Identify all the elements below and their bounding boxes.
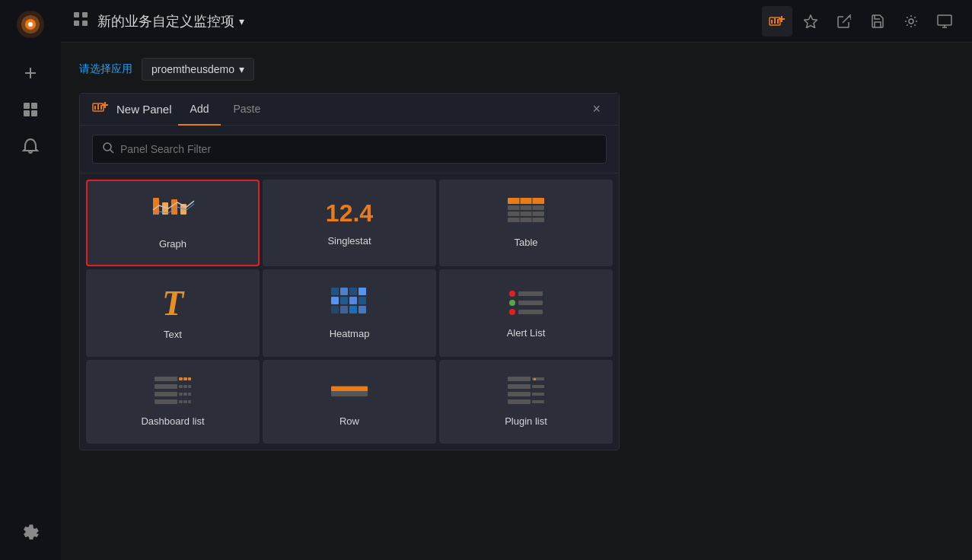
panel-item-heatmap[interactable]: Heatmap [263, 269, 436, 357]
sidebar-add[interactable] [15, 58, 46, 88]
pluginlist-icon [508, 377, 544, 408]
share-button[interactable] [829, 6, 859, 37]
text-label: Text [164, 329, 182, 340]
svg-rect-62 [155, 377, 177, 381]
sidebar-settings[interactable] [15, 517, 46, 548]
filter-label: 请选择应用 [79, 62, 132, 76]
panel-item-text[interactable]: T Text [86, 269, 260, 357]
svg-rect-65 [188, 377, 191, 380]
svg-rect-59 [518, 301, 543, 305]
svg-rect-11 [82, 12, 88, 18]
sidebar [0, 0, 61, 560]
svg-rect-8 [24, 110, 30, 116]
panel-item-singlestat[interactable]: 12.4 Singlestat [263, 180, 436, 266]
svg-rect-72 [183, 393, 187, 396]
main-content: 新的业务自定义监控项 ▾ [61, 0, 972, 560]
svg-rect-29 [100, 105, 102, 110]
sidebar-dashboard[interactable] [15, 94, 46, 125]
filter-select-arrow: ▾ [239, 63, 244, 75]
dashboard-title: 新的业务自定义监控项 [97, 12, 234, 30]
panel-item-pluginlist[interactable]: Plugin list [439, 360, 613, 444]
svg-rect-75 [179, 400, 183, 403]
svg-rect-28 [97, 104, 99, 110]
svg-rect-44 [331, 288, 339, 295]
filter-row: 请选择应用 proemtheusdemo ▾ [79, 58, 954, 81]
table-label: Table [514, 237, 537, 248]
grafana-logo[interactable] [12, 6, 49, 43]
tab-paste[interactable]: Paste [221, 94, 272, 126]
svg-rect-47 [359, 288, 366, 295]
panel-search-input[interactable] [120, 143, 597, 155]
svg-rect-46 [349, 288, 357, 295]
panel-item-dashlist[interactable]: Dashboard list [86, 360, 260, 444]
search-icon [102, 142, 114, 157]
svg-rect-16 [774, 18, 776, 24]
svg-rect-82 [508, 384, 531, 389]
svg-rect-79 [331, 387, 368, 391]
svg-rect-40 [508, 212, 544, 216]
svg-rect-23 [938, 15, 951, 25]
svg-rect-89 [534, 386, 536, 388]
svg-rect-70 [155, 392, 177, 396]
panel-item-table[interactable]: Table [439, 180, 613, 266]
dashboard-title-arrow[interactable]: ▾ [239, 15, 244, 27]
dashlist-label: Dashboard list [141, 415, 204, 427]
svg-rect-88 [534, 378, 536, 380]
svg-rect-51 [359, 297, 366, 304]
add-panel-button[interactable] [762, 6, 792, 37]
svg-rect-45 [340, 288, 348, 295]
svg-rect-53 [340, 306, 348, 313]
row-label: Row [339, 415, 359, 427]
cog-button[interactable] [896, 6, 926, 37]
content-area: 请选择应用 proemtheusdemo ▾ [61, 43, 972, 560]
svg-line-33 [110, 150, 113, 153]
svg-rect-90 [534, 393, 536, 396]
star-button[interactable] [795, 6, 826, 37]
svg-rect-73 [188, 393, 191, 396]
svg-rect-61 [518, 310, 543, 314]
svg-rect-76 [183, 400, 187, 403]
svg-rect-67 [179, 385, 183, 388]
sidebar-alerts[interactable] [15, 131, 46, 161]
svg-line-21 [843, 14, 851, 23]
svg-rect-66 [155, 384, 177, 389]
panel-close-button[interactable]: × [586, 95, 607, 123]
panel-grid: Graph 12.4 Singlestat [80, 173, 619, 450]
svg-rect-10 [74, 12, 79, 18]
svg-rect-63 [179, 377, 183, 380]
panel-item-row[interactable]: Row [263, 360, 436, 444]
table-icon [508, 198, 544, 229]
svg-rect-27 [94, 106, 96, 110]
singlestat-label: Singlestat [327, 235, 371, 247]
svg-rect-91 [534, 401, 536, 403]
tv-mode-button[interactable] [929, 6, 960, 37]
svg-rect-86 [508, 399, 531, 404]
svg-rect-69 [188, 385, 191, 388]
svg-rect-15 [771, 20, 773, 24]
svg-rect-38 [508, 198, 544, 204]
svg-rect-55 [359, 306, 366, 313]
svg-rect-50 [349, 297, 357, 304]
row-icon [331, 377, 368, 408]
topbar: 新的业务自定义监控项 ▾ [61, 0, 972, 43]
svg-point-60 [509, 309, 515, 315]
svg-rect-80 [508, 377, 531, 381]
pluginlist-label: Plugin list [505, 415, 547, 427]
svg-rect-52 [331, 306, 339, 313]
panel-item-graph[interactable]: Graph [86, 180, 260, 266]
svg-point-58 [509, 300, 515, 306]
panel-item-alertlist[interactable]: Alert List [439, 269, 613, 357]
app-filter-select[interactable]: proemtheusdemo ▾ [142, 58, 254, 81]
svg-rect-6 [24, 103, 30, 109]
save-button[interactable] [862, 6, 893, 37]
heatmap-icon [331, 288, 368, 320]
filter-select-value: proemtheusdemo [151, 63, 234, 75]
tab-add[interactable]: Add [178, 94, 221, 126]
svg-rect-17 [777, 19, 779, 24]
svg-rect-84 [508, 392, 531, 396]
panel-picker-title: New Panel [116, 94, 172, 125]
svg-rect-68 [183, 385, 187, 388]
panel-search-area [80, 126, 619, 173]
dashlist-icon [155, 377, 191, 408]
svg-point-56 [509, 291, 515, 297]
